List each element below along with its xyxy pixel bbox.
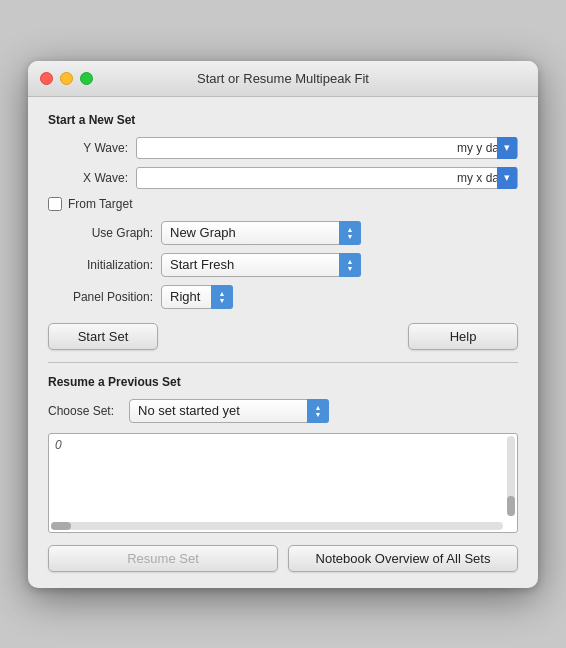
y-wave-value: my y data <box>141 141 513 155</box>
start-button-row: Start Set Help <box>48 323 518 350</box>
panel-position-select[interactable]: Right <box>161 285 233 309</box>
choose-set-arrows[interactable] <box>307 399 329 423</box>
from-target-checkbox[interactable] <box>48 197 62 211</box>
panel-position-row: Panel Position: Right <box>48 285 518 309</box>
y-wave-row: Y Wave: my y data <box>48 137 518 159</box>
use-graph-row: Use Graph: New Graph <box>48 221 518 245</box>
initialization-value: Start Fresh <box>170 257 356 272</box>
x-wave-row: X Wave: my x data <box>48 167 518 189</box>
x-wave-field[interactable]: my x data <box>136 167 518 189</box>
window-title: Start or Resume Multipeak Fit <box>197 71 369 86</box>
use-graph-select[interactable]: New Graph <box>161 221 361 245</box>
initialization-row: Initialization: Start Fresh <box>48 253 518 277</box>
start-section: Start a New Set Y Wave: my y data X Wave… <box>48 113 518 350</box>
from-target-label: From Target <box>68 197 132 211</box>
resume-button-row: Resume Set Notebook Overview of All Sets <box>48 545 518 572</box>
start-set-button[interactable]: Start Set <box>48 323 158 350</box>
set-info-textarea[interactable]: 0 <box>48 433 518 533</box>
use-graph-label: Use Graph: <box>48 226 153 240</box>
choose-set-row: Choose Set: No set started yet <box>48 399 518 423</box>
section-divider <box>48 362 518 363</box>
x-wave-label: X Wave: <box>48 171 128 185</box>
resume-section: Resume a Previous Set Choose Set: No set… <box>48 375 518 572</box>
x-wave-dropdown[interactable] <box>497 167 517 189</box>
choose-set-select[interactable]: No set started yet <box>129 399 329 423</box>
window-content: Start a New Set Y Wave: my y data X Wave… <box>28 97 538 588</box>
vertical-scrollbar-thumb[interactable] <box>507 496 515 516</box>
y-wave-dropdown[interactable] <box>497 137 517 159</box>
horizontal-scrollbar-thumb[interactable] <box>51 522 71 530</box>
y-wave-label: Y Wave: <box>48 141 128 155</box>
choose-set-label: Choose Set: <box>48 404 123 418</box>
close-button[interactable] <box>40 72 53 85</box>
main-window: Start or Resume Multipeak Fit Start a Ne… <box>28 61 538 588</box>
resume-set-button[interactable]: Resume Set <box>48 545 278 572</box>
y-wave-field[interactable]: my y data <box>136 137 518 159</box>
panel-position-label: Panel Position: <box>48 290 153 304</box>
minimize-button[interactable] <box>60 72 73 85</box>
window-controls <box>40 72 93 85</box>
text-area-line: 0 <box>49 434 517 456</box>
initialization-select[interactable]: Start Fresh <box>161 253 361 277</box>
use-graph-value: New Graph <box>170 225 356 240</box>
use-graph-arrows[interactable] <box>339 221 361 245</box>
x-wave-value: my x data <box>141 171 513 185</box>
choose-set-value: No set started yet <box>138 403 324 418</box>
resume-section-title: Resume a Previous Set <box>48 375 518 389</box>
notebook-overview-button[interactable]: Notebook Overview of All Sets <box>288 545 518 572</box>
initialization-label: Initialization: <box>48 258 153 272</box>
panel-position-arrows[interactable] <box>211 285 233 309</box>
initialization-arrows[interactable] <box>339 253 361 277</box>
vertical-scrollbar[interactable] <box>507 436 515 516</box>
start-section-title: Start a New Set <box>48 113 518 127</box>
help-button[interactable]: Help <box>408 323 518 350</box>
maximize-button[interactable] <box>80 72 93 85</box>
from-target-wrap: From Target <box>48 197 132 211</box>
from-target-row: From Target <box>48 197 518 211</box>
title-bar: Start or Resume Multipeak Fit <box>28 61 538 97</box>
horizontal-scrollbar[interactable] <box>51 522 503 530</box>
